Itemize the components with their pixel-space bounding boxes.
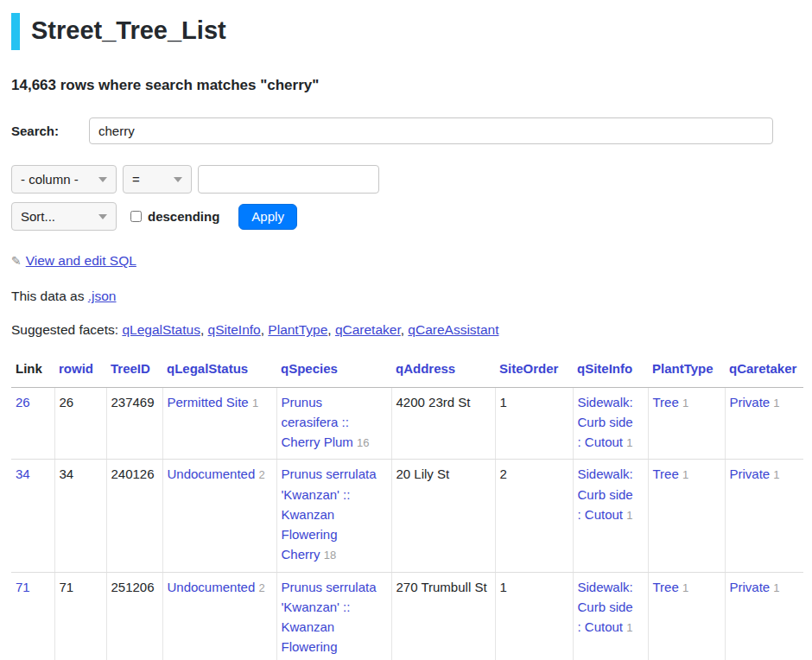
cell-planttype: Tree 1 [648,387,725,460]
column-header-PlantType: PlantType [648,354,725,387]
facet-count: 2 [258,468,264,481]
cell-siteorder: 1 [495,572,573,660]
facet-value-link[interactable]: Prunus serrulata 'Kwanzan' :: Kwanzan Fl… [282,466,377,562]
facet-value-link[interactable]: Tree [653,466,679,481]
cell-treeid: 251206 [106,572,162,660]
filter-column-select[interactable]: - column - [11,165,117,194]
pencil-icon: ✎ [11,254,22,268]
cell-siteorder: 1 [495,387,573,460]
facet-value-link[interactable]: Prunus serrulata 'Kwanzan' :: Kwanzan Fl… [282,580,377,660]
column-header-TreeID: TreeID [106,354,162,387]
sort-column-link-SiteOrder[interactable]: SiteOrder [499,361,558,376]
table-row: 7171251206Undocumented 2Prunus serrulata… [11,572,803,660]
sort-select[interactable]: Sort... [11,202,117,231]
descending-checkbox[interactable] [130,211,142,222]
sort-column-link-qSiteInfo[interactable]: qSiteInfo [577,361,632,376]
facet-count: 1 [682,468,688,481]
facet-count: 1 [626,509,632,522]
cell-planttype: Tree 1 [648,460,725,572]
row-count-heading: 14,663 rows where search matches "cherry… [11,77,803,94]
cell-link: 26 [11,387,54,460]
facet-count: 1 [773,397,779,409]
cell-address: 4200 23rd St [391,387,495,460]
sort-column-link-rowid[interactable]: rowid [59,361,93,376]
filter-row: - column - = [11,165,803,194]
cell-rowid: 71 [54,572,106,660]
cell-treeid: 237469 [106,387,162,460]
search-input[interactable] [89,117,773,144]
row-detail-link[interactable]: 71 [16,580,30,594]
facet-link-qSiteInfo[interactable]: qSiteInfo [208,322,261,337]
column-header-rowid: rowid [54,354,106,387]
cell-address: 20 Lily St [391,460,495,572]
facet-link-PlantType[interactable]: PlantType [268,322,327,337]
json-link[interactable]: .json [88,289,117,303]
row-detail-link[interactable]: 34 [16,466,30,481]
column-header-Link: Link [11,354,54,387]
search-label: Search: [11,124,89,138]
sort-column-link-qCaretaker[interactable]: qCaretaker [729,361,796,376]
suggested-facets-row: Suggested facets: qLegalStatus, qSiteInf… [11,322,803,338]
facet-value-link[interactable]: Tree [653,395,679,409]
facet-value-link[interactable]: Prunus cerasifera :: Cherry Plum [282,395,353,450]
facet-count: 2 [258,581,264,594]
cell-species: Prunus cerasifera :: Cherry Plum 16 [276,387,391,460]
facet-value-link[interactable]: Sidewalk: Curb side : Cutout [578,580,633,635]
column-header-qCaretaker: qCaretaker [725,354,803,387]
facet-count: 1 [252,397,258,409]
facet-count: 1 [773,468,779,481]
sort-row: Sort... descending Apply [11,202,803,231]
descending-label: descending [148,209,219,224]
sort-column-link-PlantType[interactable]: PlantType [652,361,714,376]
sort-column-link-qAddress[interactable]: qAddress [396,361,455,376]
facet-link-qCareAssistant[interactable]: qCareAssistant [408,322,498,337]
facet-count: 1 [626,436,632,449]
facet-link-qCaretaker[interactable]: qCaretaker [335,322,401,337]
cell-address: 270 Trumbull St [391,572,495,660]
facet-count: 18 [324,549,336,562]
cell-caretaker: Private 1 [725,572,803,660]
cell-legal: Permitted Site 1 [162,387,276,460]
results-table: LinkrowidTreeIDqLegalStatusqSpeciesqAddr… [11,354,803,660]
facet-value-link[interactable]: Permitted Site [168,395,249,409]
facets-prefix: Suggested facets: [11,322,118,337]
facet-value-link[interactable]: Undocumented [168,466,256,481]
facet-count: 1 [682,397,688,409]
facet-link-qLegalStatus[interactable]: qLegalStatus [122,322,200,337]
table-row: 2626237469Permitted Site 1Prunus cerasif… [11,387,803,460]
sort-column-link-qSpecies[interactable]: qSpecies [281,361,338,376]
sort-column-link-qLegalStatus[interactable]: qLegalStatus [167,361,248,376]
facet-value-link[interactable]: Sidewalk: Curb side : Cutout [578,466,633,522]
cell-species: Prunus serrulata 'Kwanzan' :: Kwanzan Fl… [276,460,391,572]
cell-link: 71 [11,572,54,660]
cell-planttype: Tree 1 [648,572,725,660]
facet-value-link[interactable]: Private [730,395,771,409]
facet-links: qLegalStatus, qSiteInfo, PlantType, qCar… [122,322,498,337]
facet-value-link[interactable]: Tree [653,580,679,594]
cell-caretaker: Private 1 [725,460,803,572]
column-header-qSpecies: qSpecies [276,354,391,387]
facet-value-link[interactable]: Undocumented [168,580,256,594]
cell-siteinfo: Sidewalk: Curb side : Cutout 1 [573,572,648,660]
sort-column-link-TreeID[interactable]: TreeID [111,361,150,376]
table-header-row: LinkrowidTreeIDqLegalStatusqSpeciesqAddr… [11,354,803,387]
column-header-qSiteInfo: qSiteInfo [573,354,648,387]
column-header-qLegalStatus: qLegalStatus [162,354,276,387]
view-edit-sql-link[interactable]: View and edit SQL [26,253,136,268]
facet-count: 1 [682,581,688,594]
row-detail-link[interactable]: 26 [16,395,30,409]
cell-treeid: 240126 [106,460,162,572]
cell-legal: Undocumented 2 [162,572,276,660]
cell-siteinfo: Sidewalk: Curb side : Cutout 1 [573,387,648,460]
filter-op-select[interactable]: = [123,165,192,194]
facet-value-link[interactable]: Private [730,466,771,481]
facet-value-link[interactable]: Private [730,580,771,594]
page-title: Street_Tree_List [11,13,803,50]
facet-value-link[interactable]: Sidewalk: Curb side : Cutout [578,395,633,450]
filter-value-input[interactable] [198,165,379,194]
cell-siteinfo: Sidewalk: Curb side : Cutout 1 [573,460,648,572]
facet-count: 16 [357,436,369,449]
apply-button[interactable]: Apply [238,204,297,230]
cell-caretaker: Private 1 [725,387,803,460]
facet-count: 1 [626,621,632,634]
